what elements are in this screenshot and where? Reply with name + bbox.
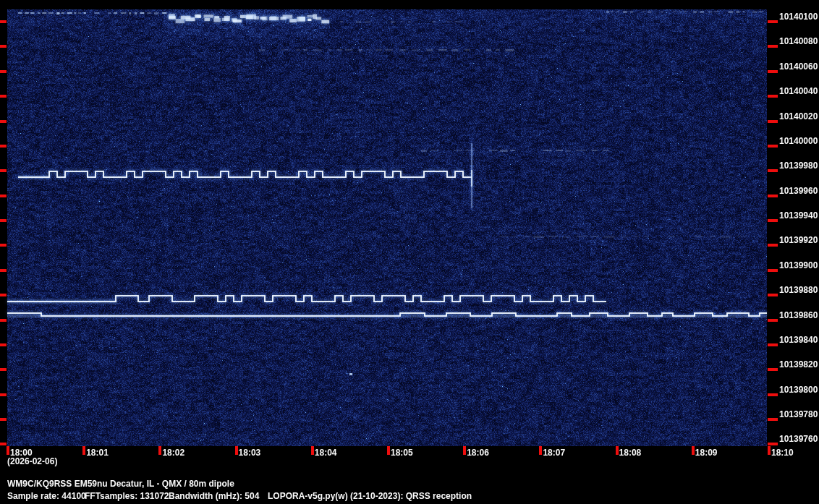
freq-axis-label: 10140040 xyxy=(779,87,818,96)
freq-axis-label: 10140080 xyxy=(779,37,818,46)
time-axis-label: 18:01 xyxy=(86,448,109,458)
freq-tick-left xyxy=(0,145,7,148)
freq-axis-label: 10140100 xyxy=(779,12,818,22)
freq-tick-right xyxy=(768,269,778,272)
freq-tick-right xyxy=(768,343,778,346)
time-axis-label: 18:07 xyxy=(543,448,565,458)
freq-tick-left xyxy=(0,195,7,197)
freq-tick-right xyxy=(768,393,778,396)
freq-tick-right xyxy=(768,294,778,296)
freq-tick-left xyxy=(0,45,7,48)
time-axis-label: 18:02 xyxy=(162,448,184,458)
freq-tick-right xyxy=(768,45,778,48)
time-tick xyxy=(311,446,314,455)
freq-tick-right xyxy=(768,145,778,148)
station-info-line: WM9C/KQ9RSS EM59nu Decatur, IL - QMX / 8… xyxy=(7,479,234,489)
freq-tick-left xyxy=(0,120,7,123)
freq-tick-left xyxy=(0,443,7,445)
freq-tick-left xyxy=(0,393,7,396)
freq-tick-right xyxy=(768,443,778,445)
freq-tick-left xyxy=(0,244,7,247)
time-axis-label: 18:09 xyxy=(695,448,718,458)
freq-axis-label: 10140060 xyxy=(779,62,818,72)
freq-axis-label: 10140020 xyxy=(779,112,818,121)
time-tick xyxy=(82,446,85,455)
freq-tick-right xyxy=(768,20,778,23)
freq-axis-label: 10139880 xyxy=(779,286,818,295)
time-tick xyxy=(158,446,161,455)
time-tick xyxy=(692,446,695,455)
freq-axis-label: 10139800 xyxy=(779,385,818,395)
freq-tick-left xyxy=(0,70,7,73)
qrss-grabber-screen: 1014010010140080101400601014004010140020… xyxy=(0,0,819,504)
time-tick xyxy=(616,446,619,455)
sample-rate-label: Sample rate: 44100 xyxy=(7,492,86,501)
freq-tick-right xyxy=(768,95,778,98)
freq-axis-label: 10140000 xyxy=(779,137,818,146)
fft-samples-label: FFTsamples: 131072 xyxy=(85,492,169,501)
date-label: (2026-02-06) xyxy=(7,457,57,466)
freq-tick-right xyxy=(768,418,778,421)
freq-tick-left xyxy=(0,418,7,421)
time-axis-label: 18:10 xyxy=(771,448,794,458)
time-axis-label: 18:08 xyxy=(619,448,642,458)
freq-axis-label: 10139860 xyxy=(779,311,818,320)
freq-tick-left xyxy=(0,269,7,272)
freq-tick-right xyxy=(768,70,778,73)
freq-tick-left xyxy=(0,343,7,346)
software-version-label: LOPORA-v5g.py(w) (21-10-2023): QRSS rece… xyxy=(268,492,472,501)
time-tick xyxy=(7,446,9,455)
freq-tick-left xyxy=(0,219,7,222)
freq-tick-right xyxy=(768,120,778,123)
freq-axis-label: 10139920 xyxy=(779,236,818,245)
bandwidth-label: Bandwidth (mHz): 504 xyxy=(169,492,259,501)
time-tick xyxy=(387,446,390,455)
freq-axis-label: 10139760 xyxy=(779,435,818,444)
time-axis-label: 18:05 xyxy=(391,448,413,458)
freq-tick-right xyxy=(768,244,778,247)
time-tick xyxy=(539,446,542,455)
time-axis-label: 18:06 xyxy=(467,448,489,458)
freq-tick-right xyxy=(768,319,778,322)
freq-axis-label: 10139960 xyxy=(779,187,818,196)
freq-tick-left xyxy=(0,319,7,322)
spectrogram-canvas xyxy=(0,0,819,504)
time-tick xyxy=(768,446,771,455)
time-tick xyxy=(463,446,466,455)
freq-tick-right xyxy=(768,368,778,371)
freq-tick-left xyxy=(0,294,7,296)
time-tick xyxy=(235,446,238,455)
freq-axis-label: 10139900 xyxy=(779,261,818,270)
freq-tick-right xyxy=(768,195,778,197)
freq-tick-left xyxy=(0,368,7,371)
freq-tick-left xyxy=(0,95,7,98)
freq-axis-label: 10139980 xyxy=(779,161,818,171)
freq-axis-label: 10139940 xyxy=(779,211,818,221)
freq-axis-label: 10139780 xyxy=(779,410,818,419)
time-axis-label: 18:04 xyxy=(315,448,337,458)
freq-tick-left xyxy=(0,20,7,23)
time-axis-label: 18:03 xyxy=(239,448,261,458)
freq-tick-right xyxy=(768,219,778,222)
freq-tick-right xyxy=(768,169,778,172)
freq-axis-label: 10139840 xyxy=(779,336,818,345)
freq-tick-left xyxy=(0,169,7,172)
freq-axis-label: 10139820 xyxy=(779,360,818,370)
